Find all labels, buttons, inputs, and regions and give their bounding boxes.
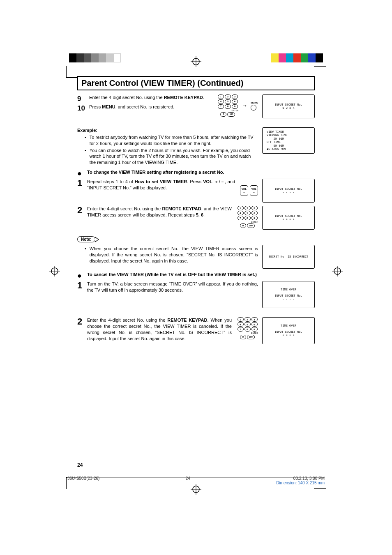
registration-mark-left [49,266,60,276]
example-bullet: To restrict anybody from watching TV for… [90,134,258,147]
registration-mark-top [0,53,392,70]
bullet-icon: ● [77,272,83,279]
step-text: Enter the 4-digit secret No. using the R… [89,95,204,100]
tv-screen-preview: TIME OVER INPUT SECRET No. - - - - [262,281,315,308]
registration-mark-right [332,266,343,276]
example-heading: Example: [77,127,258,134]
page-title: Parent Control (VIEW TIMER) (Continued) [81,78,311,88]
subsection-heading: To change the VIEW TIMER setting after r… [87,170,224,177]
tv-screen-preview: TIME OVER INPUT SECRET No. ∗ ∗ ∗ ∗ [262,317,315,344]
section-title: Parent Control (VIEW TIMER) (Continued) [77,76,315,90]
step-number: 1 [77,281,85,308]
vol-down-icon: VOL– [240,185,248,196]
remote-keypad-icon: 123 456 789 ENTER 0100 [237,317,258,344]
step-text: Turn on the TV; a blue screen message “T… [87,281,258,308]
tv-screen-preview: INPUT SECRET No. - - - - [262,179,315,203]
step-text: Press MENU, and secret No. is registered… [89,104,174,109]
registration-mark-bottom [0,481,392,497]
tv-screen-preview: SECRET No. IS INCORRECT [262,245,315,269]
step-number: 2 [77,206,85,230]
note-label: Note: [77,236,95,242]
vol-up-icon: VOL+ [250,185,258,196]
bullet-icon: ● [77,170,83,177]
step-number: 1 [77,179,85,203]
step-number: 10 [77,104,88,113]
crop-mark [314,66,326,78]
step-number: 9 [77,94,88,104]
subsection-heading: To cancel the VIEW TIMER (While the TV s… [87,272,257,279]
menu-button-icon: MENU [251,101,258,111]
remote-keypad-icon: 123 456 789 ENTER 0100 [237,206,258,230]
tv-screen-preview: INPUT SECRET No. ∗ ∗ ∗ ∗ [262,206,315,230]
step-number: 2 [77,317,85,344]
page-number: 24 [77,462,83,468]
tv-screen-preview: INPUT SECRET No. 1 2 3 4 [262,94,315,118]
arrow-icon: → [242,102,247,110]
crop-mark [66,66,78,78]
color-bar-right [271,53,323,63]
example-bullet: You can choose to watch the 2 hours of T… [90,147,258,166]
page-content: Parent Control (VIEW TIMER) (Continued) … [77,76,315,348]
remote-keypad-icon: 123 456 789 ENTER 0100 [217,94,238,117]
tv-screen-preview: VIEW TIMER VIEWING TIME 2H 00M OFF TIME … [262,127,315,154]
note-text: When you choose the correct secret No., … [90,246,258,264]
